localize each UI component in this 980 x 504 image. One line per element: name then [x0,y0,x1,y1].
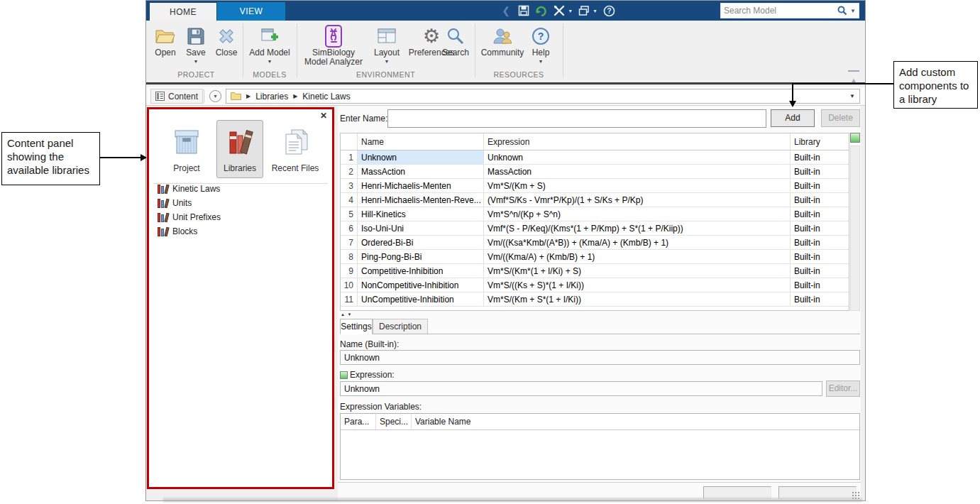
table-options-green-button[interactable] [850,133,860,143]
divider [338,482,861,483]
species-column-header[interactable]: Speci... [376,414,412,429]
help-dropdown-caret[interactable]: ▼ [539,59,544,64]
annotation-arrow-line [792,83,793,101]
folder-open-icon [153,24,177,48]
breadcrumb-dropdown-caret[interactable]: ▼ [849,93,855,99]
search-icon[interactable] [837,6,847,16]
close-button[interactable]: Close [211,24,241,57]
expression-variables-label: Expression Variables: [340,402,422,412]
quick-help-icon[interactable]: ? [602,4,615,17]
group-label-environment: ENVIRONMENT [297,70,475,80]
close-panel-icon[interactable]: ✕ [320,111,327,121]
help-button[interactable]: ? Help ▼ [528,24,554,64]
name-built-in-label: Name (Built-in): [340,339,399,349]
annotation-arrowhead [141,154,147,161]
table-row[interactable]: 2 MassAction MassAction Built-in [341,165,849,179]
quick-save-icon[interactable] [517,4,530,17]
layout-button[interactable]: Layout ▼ [369,24,404,64]
community-people-icon [490,24,514,48]
windows-layout-icon[interactable] [578,4,590,17]
tree-item-blocks[interactable]: Blocks [158,224,197,239]
name-value-field[interactable]: Unknown [340,350,860,365]
svg-text:?: ? [607,7,611,15]
annotation-add-components: Add custom components to a library [893,61,978,109]
annotation-arrowhead [789,101,796,107]
table-row[interactable]: 5 Hill-Kinetics Vm*S^n/(Kp + S^n) Built-… [341,207,849,221]
quick-access-toolbar: ❮ ▼ ▼ ? [500,3,615,18]
add-model-button[interactable]: Add Model ▼ [246,24,294,64]
expression-value-field[interactable]: Unknown [340,381,822,396]
group-separator [297,23,297,77]
parameter-column-header[interactable]: Para... [341,414,376,429]
magnifier-icon [444,24,468,48]
nav-button-project[interactable]: Project [160,120,213,178]
layout-grid-icon [375,24,399,48]
breadcrumb: ▶ Libraries ▶ Kinetic Laws ▼ [226,89,860,104]
recent-locations-button[interactable]: ▼ [209,90,221,102]
search-button[interactable]: Search [439,24,473,57]
tab-description[interactable]: Description [373,319,428,334]
kinetic-laws-table: Name Expression Library 1 Unknown Unknow… [340,133,849,311]
search-model-input[interactable] [724,6,837,16]
expression-variables-table: Para... Speci... Variable Name [340,413,860,480]
save-dropdown-caret[interactable]: ▼ [194,59,199,64]
name-column-header[interactable]: Name [358,133,484,150]
table-row[interactable]: 1 Unknown Unknown Built-in [341,150,849,165]
variable-name-column-header[interactable]: Variable Name [412,414,859,429]
table-row[interactable]: 7 Ordered-Bi-Bi Vm/((Ksa*Kmb/(A*B)) + (K… [341,236,849,250]
windows-dropdown-caret[interactable]: ▼ [593,9,598,13]
breadcrumb-item-kinetic-laws[interactable]: Kinetic Laws [302,92,350,102]
simbiology-model-analyzer-button[interactable]: SimBiology Model Analyzer [299,24,368,67]
tab-view[interactable]: VIEW [217,2,285,21]
books-icon [158,184,168,194]
tree-item-kinetic-laws[interactable]: Kinetic Laws [158,182,220,196]
annotation-arrow-line [100,157,141,158]
libraries-books-icon [224,126,255,158]
breadcrumb-arrow-icon: ▶ [293,93,297,99]
tree-item-units[interactable]: Units [158,196,192,210]
tools-icon[interactable] [553,4,566,17]
divider [340,334,860,334]
save-button[interactable]: Save ▼ [180,24,211,64]
table-row[interactable]: 11 UnCompetitive-Inhibition Vm*S/(Km + S… [341,292,849,307]
expression-label: Expression: [350,370,395,380]
table-header-row: Name Expression Library [341,133,849,150]
content-list-icon [155,92,165,101]
tab-home[interactable]: HOME [149,2,217,21]
save-icon [184,24,208,48]
community-button[interactable]: Community [477,24,528,57]
tools-dropdown-caret[interactable]: ▼ [568,9,573,13]
layout-dropdown-caret[interactable]: ▼ [385,59,390,64]
group-label-models: MODELS [243,70,297,80]
books-icon [158,212,168,222]
nav-button-recent-files[interactable]: Recent Files [265,120,326,178]
tab-settings[interactable]: Settings [340,319,373,334]
table-row[interactable]: 4 Henri-Michaelis-Menten-Reve... (Vmf*S/… [341,193,849,207]
ribbon: Open Save ▼ Close PROJECT Add Model ▼ MO… [146,21,865,84]
table-row[interactable]: 8 Ping-Pong-Bi-Bi Vm/((Kma/A) + (Kmb/B) … [341,250,849,264]
library-column-header[interactable]: Library [791,133,846,150]
search-options-caret[interactable]: ▼ [850,8,856,14]
table-row[interactable]: 9 Competitive-Inhibition Vm*S/(Km*(1 + I… [341,264,849,278]
enter-name-input[interactable] [387,109,766,128]
tree-item-unit-prefixes[interactable]: Unit Prefixes [158,210,221,224]
table-row[interactable]: 10 NonCompetitive-Inhibition Vm*S/((Ks +… [341,278,849,292]
row-number-header [341,133,358,150]
nav-button-libraries[interactable]: Libraries [216,120,263,178]
add-model-dropdown-caret[interactable]: ▼ [268,59,272,64]
recent-files-icon [279,126,312,158]
table-scrollbar-gutter[interactable] [850,146,860,311]
svg-text:?: ? [538,31,544,42]
undo-icon[interactable] [535,4,548,17]
table-row[interactable]: 6 Iso-Uni-Uni Vmf*(S - P/Keq)/(Kms*(1 + … [341,221,849,236]
open-button[interactable]: Open [150,24,180,57]
splitter-handle[interactable]: ▲ ▼ [341,312,353,317]
content-toggle-button[interactable]: Content [150,89,203,104]
library-editor-panel: Enter Name: Add Delete Name Expression L… [338,106,861,500]
add-button[interactable]: Add [771,109,815,127]
breadcrumb-item-libraries[interactable]: Libraries [255,92,288,102]
table-row[interactable]: 3 Henri-Michaelis-Menten Vm*S/(Km + S) B… [341,179,849,193]
expression-column-header[interactable]: Expression [484,133,791,150]
toolstrip-tab-bar: HOME VIEW ❮ ▼ ▼ ? ▼ [146,1,865,21]
group-separator [243,23,243,77]
